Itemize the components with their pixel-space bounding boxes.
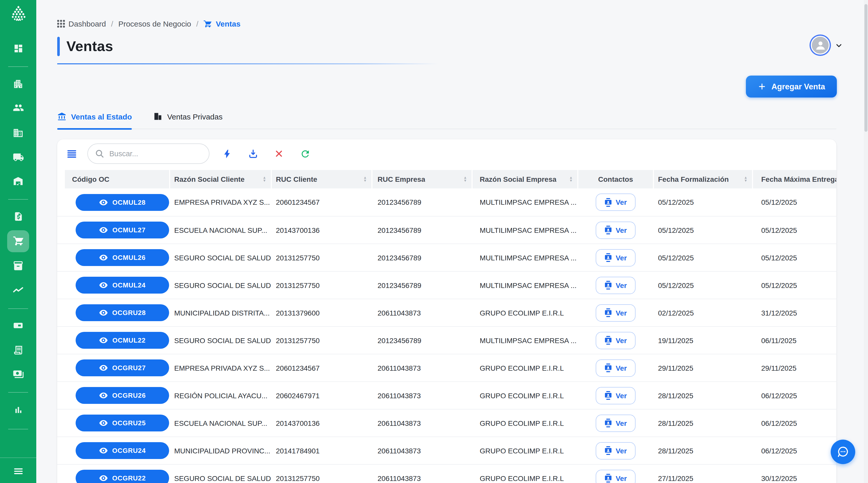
tab-ventas-privadas[interactable]: Ventas Privadas	[153, 110, 222, 129]
add-sale-button[interactable]: Agregar Venta	[746, 75, 837, 98]
sidebar-item-users[interactable]	[0, 98, 36, 118]
view-order-button[interactable]: OCGRU24	[75, 442, 169, 459]
column-header-ruc_cliente[interactable]: RUC Cliente▲▼	[272, 170, 371, 188]
user-menu[interactable]	[811, 36, 843, 55]
view-order-button[interactable]: OCMUL24	[75, 277, 169, 294]
cell-razon-social-cliente: REGIÓN POLICIAL AYACU...	[170, 391, 271, 399]
table-row[interactable]: OCMUL26 SEGURO SOCIAL DE SALUD 201312577…	[57, 244, 836, 271]
sidebar-item-truck[interactable]	[0, 147, 36, 167]
column-header-ruc_empresa[interactable]: RUC Empresa▲▼	[372, 170, 471, 188]
clear-filters-button[interactable]	[272, 147, 286, 161]
table-row[interactable]: OCMUL22 SEGURO SOCIAL DE SALUD 201312577…	[57, 326, 836, 354]
sidebar-item-cash[interactable]	[0, 364, 36, 384]
table-row[interactable]: OCGRU25 ESCUELA NACIONAL SUP... 20143700…	[57, 409, 836, 437]
eye-icon	[99, 227, 108, 233]
cell-ruc-empresa: 20611043873	[372, 474, 471, 482]
view-order-button[interactable]: OCMUL27	[75, 222, 169, 238]
sidebar-item-performance[interactable]	[0, 280, 36, 300]
ver-contactos-button[interactable]: Ver	[596, 304, 636, 321]
table-menu-button[interactable]	[64, 147, 79, 161]
table-row[interactable]: OCGRU24 MUNICIPALIDAD PROVINC... 2014178…	[57, 437, 836, 464]
order-code: OCGRU25	[112, 419, 146, 427]
table-row[interactable]: OCGRU26 REGIÓN POLICIAL AYACU... 2060246…	[57, 381, 836, 409]
table-row[interactable]: OCGRU28 MUNICIPALIDAD DISTRITA... 201313…	[57, 299, 836, 326]
ver-contactos-button[interactable]: Ver	[596, 221, 636, 239]
sidebar-item-reports[interactable]	[0, 400, 36, 420]
cell-razon-social-empresa: GRUPO ECOLIMP E.I.R.L	[472, 364, 577, 372]
ver-label: Ver	[616, 391, 627, 399]
avatar[interactable]	[811, 36, 830, 55]
ver-contactos-button[interactable]: Ver	[596, 387, 636, 404]
breadcrumb-dashboard[interactable]: Dashboard	[57, 20, 106, 28]
chevron-down-icon[interactable]	[835, 41, 843, 49]
cell-fecha-formalizacion: 05/12/2025	[654, 254, 752, 262]
sidebar-item-invoice[interactable]	[0, 206, 36, 227]
column-header-fecha_formalizacion[interactable]: Fecha Formalización▲▼	[654, 170, 752, 188]
cell-razon-social-empresa: GRUPO ECOLIMP E.I.R.L	[472, 309, 577, 317]
title-accent-bar	[57, 37, 60, 56]
ver-contactos-button[interactable]: Ver	[596, 359, 636, 377]
cell-ruc-cliente: 20143700136	[272, 226, 371, 234]
view-order-button[interactable]: OCGRU26	[75, 387, 169, 404]
column-header-razon_social_cliente[interactable]: Razón Social Cliente▲▼	[170, 170, 271, 188]
table-row[interactable]: OCMUL28 EMPRESA PRIVADA XYZ S... 2060123…	[57, 188, 836, 216]
ver-contactos-button[interactable]: Ver	[596, 442, 636, 459]
ver-contactos-button[interactable]: Ver	[596, 277, 636, 294]
page-scrollbar[interactable]	[864, 0, 868, 483]
download-button[interactable]	[246, 147, 260, 161]
sidebar-item-sales-active[interactable]	[0, 230, 36, 252]
breadcrumb-separator: /	[195, 20, 199, 28]
view-order-button[interactable]: OCGRU28	[75, 304, 169, 321]
sidebar-item-company[interactable]	[0, 123, 36, 143]
table-row[interactable]: OCGRU27 EMPRESA PRIVADA XYZ S... 2060123…	[57, 354, 836, 381]
table-row[interactable]: OCMUL27 ESCUELA NACIONAL SUP... 20143700…	[57, 216, 836, 244]
column-header-fecha_maxima_entrega[interactable]: Fecha Máxima Entrega▲▼	[753, 170, 836, 188]
chat-fab-button[interactable]	[831, 440, 855, 464]
table-row[interactable]: OCMUL24 SEGURO SOCIAL DE SALUD 201312577…	[57, 271, 836, 299]
breadcrumb-procesos[interactable]: Procesos de Negocio	[118, 20, 191, 28]
sort-icon[interactable]: ▲▼	[744, 176, 747, 182]
table-row[interactable]: OCGRU22 SEGURO SOCIAL DE SALUD 201312577…	[57, 464, 836, 483]
scrollbar-thumb[interactable]	[864, 4, 867, 132]
view-order-button[interactable]: OCMUL28	[75, 194, 169, 211]
tab-ventas-al-estado[interactable]: Ventas al Estado	[57, 110, 132, 129]
sidebar-item-payments[interactable]	[0, 315, 36, 335]
sidebar-collapse-button[interactable]	[0, 461, 36, 481]
sidebar-item-dashboard[interactable]	[0, 38, 36, 59]
view-order-button[interactable]: OCMUL22	[75, 332, 169, 349]
sidebar-item-warehouse[interactable]	[0, 171, 36, 191]
ver-contactos-button[interactable]: Ver	[596, 332, 636, 349]
ver-contactos-button[interactable]: Ver	[596, 249, 636, 266]
quick-actions-button[interactable]	[220, 147, 234, 161]
ver-contactos-button[interactable]: Ver	[596, 414, 636, 432]
column-header-razon_social_empresa[interactable]: Razón Social Empresa▲▼	[472, 170, 577, 188]
view-order-button[interactable]: OCGRU25	[75, 415, 169, 431]
ver-contactos-button[interactable]: Ver	[596, 470, 636, 483]
cell-contactos: Ver	[578, 194, 653, 211]
sidebar-item-apartment[interactable]	[0, 73, 36, 94]
refresh-button[interactable]	[298, 147, 312, 161]
view-order-button[interactable]: OCMUL26	[75, 249, 169, 266]
order-code: OCMUL28	[113, 198, 146, 206]
sort-icon[interactable]: ▲▼	[363, 176, 367, 182]
truck-icon	[12, 152, 24, 163]
cell-ruc-empresa: 20123456789	[372, 281, 471, 289]
sort-icon[interactable]: ▲▼	[569, 176, 573, 182]
breadcrumb-ventas[interactable]: Ventas	[204, 20, 241, 28]
sidebar-item-receipts[interactable]	[0, 340, 36, 360]
ver-contactos-button[interactable]: Ver	[596, 194, 636, 211]
cell-contactos: Ver	[578, 359, 653, 377]
sort-icon[interactable]: ▲▼	[463, 176, 467, 182]
sidebar-item-inventory[interactable]	[0, 255, 36, 276]
dashboard-icon	[13, 43, 23, 54]
ver-label: Ver	[616, 226, 627, 234]
column-label: Código OC	[72, 175, 109, 183]
eye-icon	[99, 199, 108, 205]
search-input[interactable]	[87, 143, 210, 164]
sort-icon[interactable]: ▲▼	[262, 176, 266, 182]
cell-razon-social-cliente: EMPRESA PRIVADA XYZ S...	[170, 364, 271, 372]
app-logo[interactable]	[0, 4, 36, 27]
eye-icon	[99, 282, 108, 288]
view-order-button[interactable]: OCGRU22	[75, 470, 169, 483]
view-order-button[interactable]: OCGRU27	[75, 359, 169, 376]
